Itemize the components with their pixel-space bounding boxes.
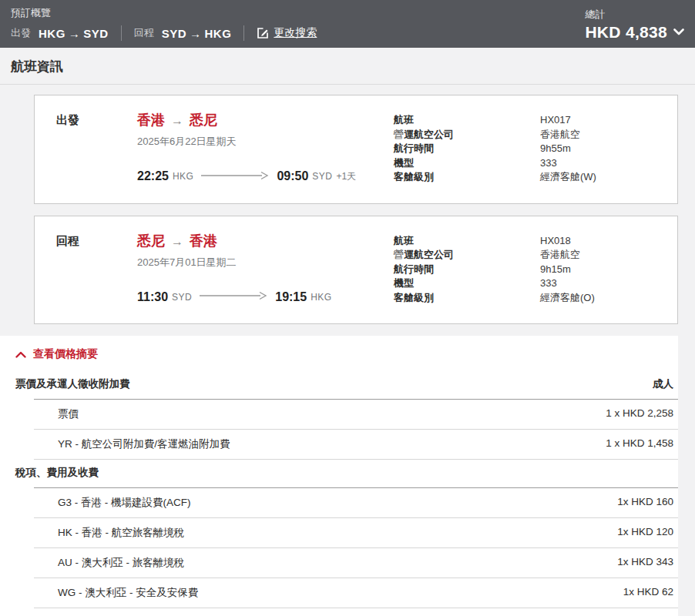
header-total-label: 總計 [585, 8, 684, 22]
price-row-surcharge: YR - 航空公司附加費/客運燃油附加費 1 x HKD 1,458 [34, 430, 678, 460]
long-arrow-icon [200, 291, 267, 303]
detail-label: 營運航空公司 [394, 248, 540, 263]
fare-group-header: 票價及承運人徵收附加費 成人 [0, 371, 678, 399]
segment-direction-label: 出發 [56, 111, 137, 185]
operating-carrier: 香港航空 [540, 248, 580, 263]
passenger-column-header: 成人 [653, 377, 673, 391]
price-row-label: YR - 航空公司附加費/客運燃油附加費 [34, 437, 230, 451]
detail-label: 客艙級別 [394, 291, 540, 306]
arrival-time: 09:50 [277, 169, 308, 183]
price-row-tax: AU - 澳大利亞 - 旅客離境稅 1x HKD 343 [34, 548, 678, 578]
outbound-route: HKG→SYD [39, 27, 109, 40]
departure-airport-code: SYD [172, 292, 192, 303]
detail-label: 客艙級別 [394, 170, 540, 185]
price-summary-toggle[interactable]: 查看價格摘要 [0, 336, 678, 371]
price-row-label: 票價 [34, 407, 79, 421]
vertical-divider [243, 25, 244, 41]
departure-time: 22:25 [137, 169, 169, 183]
aircraft-type: 333 [540, 156, 557, 171]
price-row-value: 1x HKD 62 [623, 586, 673, 600]
price-row-fare: 票價 1 x HKD 2,258 [34, 400, 678, 430]
route-cities: 悉尼→香港 [137, 232, 394, 250]
change-search-label: 更改搜索 [274, 26, 317, 40]
flight-times: 11:30 SYD 19:15 HKG [137, 290, 394, 304]
edit-icon [257, 27, 269, 39]
price-row-tax: WY - 澳大利亞 - 國際旅客服務費 1x HKD 372 [34, 608, 678, 616]
price-row-label: WG - 澳大利亞 - 安全及安保費 [34, 586, 198, 600]
segment-direction-label: 回程 [56, 232, 137, 306]
detail-label: 航班 [394, 113, 540, 128]
origin-city: 悉尼 [137, 233, 165, 249]
flight-duration: 9h55m [540, 142, 571, 156]
flight-info-title: 航班資訊 [0, 48, 695, 85]
flight-number: HX017 [540, 113, 571, 128]
return-to-code: HKG [205, 27, 232, 40]
cabin-class: 經濟客艙(W) [540, 170, 596, 185]
outbound-to-code: SYD [83, 27, 108, 40]
cabin-class: 經濟客艙(O) [540, 291, 595, 306]
flight-cards: 出發 香港→悉尼 2025年6月22日星期天 22:25 HKG 09:50 S… [0, 85, 695, 324]
outbound-flight-card: 出發 香港→悉尼 2025年6月22日星期天 22:25 HKG 09:50 S… [34, 95, 678, 204]
price-row-tax: WG - 澳大利亞 - 安全及安保費 1x HKD 62 [34, 578, 678, 608]
detail-label: 航行時間 [394, 263, 540, 277]
origin-city: 香港 [137, 112, 165, 128]
detail-label: 航班 [394, 234, 540, 249]
price-row-value: 1 x HKD 1,458 [606, 437, 673, 451]
return-flight-card: 回程 悉尼→香港 2025年7月01日星期二 11:30 SYD 19:15 H… [34, 216, 678, 325]
return-from-code: SYD [162, 27, 186, 40]
price-row-value: 1x HKD 160 [617, 496, 673, 510]
price-row-value: 1x HKD 343 [617, 556, 673, 570]
aircraft-type: 333 [540, 276, 557, 291]
flight-details: 航班HX017 營運航空公司香港航空 航行時間9h55m 機型333 客艙級別經… [394, 111, 656, 185]
arrival-airport-code: HKG [311, 292, 332, 303]
booking-overview-title: 預訂概覽 [11, 6, 317, 20]
price-summary-toggle-label: 查看價格摘要 [33, 347, 98, 361]
destination-city: 香港 [190, 233, 217, 249]
operating-carrier: 香港航空 [540, 128, 580, 142]
tax-group-header: 稅項、費用及收費 [0, 460, 678, 487]
destination-city: 悉尼 [190, 112, 217, 128]
detail-label: 航行時間 [394, 142, 540, 156]
arrival-time: 19:15 [275, 290, 307, 304]
price-row-label: G3 - 香港 - 機場建設費(ACF) [34, 496, 191, 510]
route-cities: 香港→悉尼 [137, 111, 394, 129]
outbound-label: 出發 [11, 26, 31, 40]
tax-group-title: 稅項、費用及收費 [15, 466, 99, 480]
price-row-value: 1 x HKD 2,258 [606, 407, 673, 421]
flight-duration: 9h15m [540, 263, 571, 277]
vertical-divider [121, 25, 122, 41]
chevron-up-icon [15, 351, 26, 358]
detail-label: 機型 [394, 156, 540, 171]
price-row-label: AU - 澳大利亞 - 旅客離境稅 [34, 556, 184, 570]
flight-number: HX018 [540, 234, 571, 249]
price-summary-section: 查看價格摘要 票價及承運人徵收附加費 成人 票價 1 x HKD 2,258 Y… [0, 336, 678, 616]
right-arrow-icon: → [186, 27, 205, 40]
price-row-tax: HK - 香港 - 航空旅客離境稅 1x HKD 120 [34, 518, 678, 548]
fare-group-title: 票價及承運人徵收附加費 [15, 377, 130, 391]
departure-airport-code: HKG [173, 171, 194, 182]
change-search-link[interactable]: 更改搜索 [257, 26, 317, 40]
flight-date: 2025年6月22日星期天 [137, 135, 394, 149]
flight-date: 2025年7月01日星期二 [137, 256, 394, 270]
arrival-airport-code: SYD [312, 171, 332, 182]
right-arrow-icon: → [165, 235, 190, 248]
departure-time: 11:30 [137, 290, 168, 304]
arrival-day-offset: +1天 [337, 170, 357, 183]
outbound-from-code: HKG [39, 27, 65, 40]
return-route: SYD→HKG [162, 27, 232, 40]
booking-summary-bar: 預訂概覽 出發 HKG→SYD 回程 SYD→HKG 更改搜索 總計 HK [0, 0, 695, 48]
right-arrow-icon: → [65, 27, 84, 40]
chevron-down-icon[interactable] [673, 26, 684, 38]
flight-times: 22:25 HKG 09:50 SYD +1天 [137, 169, 394, 183]
price-row-value: 1x HKD 120 [617, 526, 673, 540]
long-arrow-icon [201, 171, 269, 182]
detail-label: 營運航空公司 [394, 128, 540, 142]
flight-details: 航班HX018 營運航空公司香港航空 航行時間9h15m 機型333 客艙級別經… [394, 232, 656, 306]
header-total-value: HKD 4,838 [585, 23, 667, 42]
price-row-tax: G3 - 香港 - 機場建設費(ACF) 1x HKD 160 [34, 488, 678, 518]
right-arrow-icon: → [165, 114, 190, 127]
return-label: 回程 [134, 26, 154, 40]
price-row-label: HK - 香港 - 航空旅客離境稅 [34, 526, 184, 540]
detail-label: 機型 [394, 276, 540, 291]
